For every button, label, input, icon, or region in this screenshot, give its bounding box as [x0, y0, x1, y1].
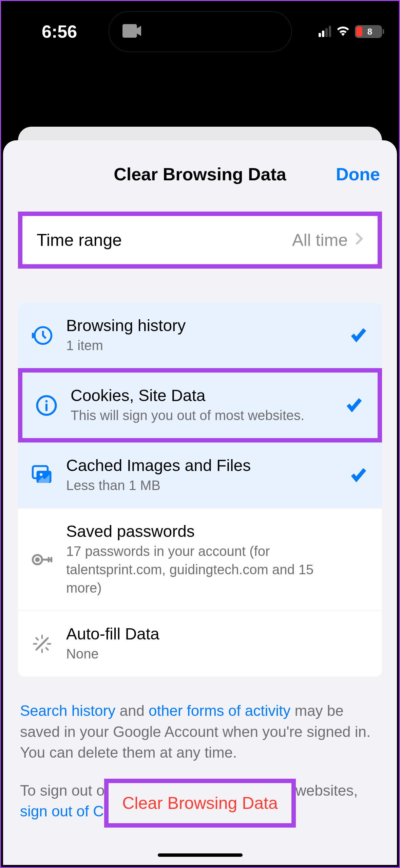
autofill-row[interactable]: Auto-fill Data None: [18, 611, 382, 676]
clear-browsing-data-button[interactable]: Clear Browsing Data: [104, 779, 296, 828]
page-title: Clear Browsing Data: [114, 164, 286, 184]
dynamic-island[interactable]: [109, 11, 292, 52]
browsing-history-row[interactable]: Browsing history 1 item: [18, 303, 382, 368]
item-subtitle: 17 passwords in your account (for talent…: [66, 542, 337, 597]
status-bar: 6:56 8: [1, 1, 399, 62]
item-title: Browsing history: [66, 316, 337, 335]
item-subtitle: 1 item: [66, 336, 337, 355]
svg-point-2: [45, 400, 48, 402]
item-title: Cached Images and Files: [66, 456, 337, 475]
checkmark-icon: [345, 396, 365, 415]
time-range-label: Time range: [37, 230, 122, 250]
svg-point-7: [36, 558, 39, 561]
item-subtitle: None: [66, 645, 337, 663]
sheet-header: Clear Browsing Data Done: [3, 157, 397, 191]
data-types-list: Browsing history 1 item Cookies, Site Da…: [18, 303, 382, 676]
checkmark-icon: [349, 326, 370, 345]
cached-images-row[interactable]: Cached Images and Files Less than 1 MB: [18, 442, 382, 508]
item-title: Cookies, Site Data: [71, 386, 333, 405]
status-time: 6:56: [42, 21, 77, 42]
modal-sheet: Clear Browsing Data Done Time range All …: [3, 140, 397, 865]
annotation-highlight-cookies: Cookies, Site Data This will sign you ou…: [18, 368, 382, 442]
item-subtitle: This will sign you out of most websites.: [71, 406, 333, 424]
search-history-link[interactable]: Search history: [20, 702, 115, 719]
battery-percent: 8: [356, 26, 383, 37]
cellular-signal-icon: [319, 26, 331, 37]
item-title: Auto-fill Data: [66, 625, 337, 643]
images-icon: [30, 464, 54, 487]
status-indicators: 8: [319, 24, 382, 39]
cookies-row[interactable]: Cookies, Site Data This will sign you ou…: [22, 373, 378, 438]
home-indicator[interactable]: [158, 853, 243, 857]
item-subtitle: Less than 1 MB: [66, 476, 337, 494]
chevron-right-icon: [355, 232, 363, 249]
done-button[interactable]: Done: [336, 164, 380, 184]
checkmark-icon: [349, 466, 370, 485]
item-title: Saved passwords: [66, 522, 337, 541]
history-icon: [30, 324, 54, 347]
saved-passwords-row[interactable]: Saved passwords 17 passwords in your acc…: [18, 508, 382, 611]
time-range-row[interactable]: Time range All time: [22, 216, 378, 264]
svg-point-5: [40, 473, 42, 476]
info-icon: [35, 394, 58, 417]
time-range-value: All time: [292, 230, 348, 250]
key-icon: [30, 548, 54, 571]
autofill-icon: [30, 633, 54, 655]
wifi-icon: [336, 24, 350, 39]
battery-icon: 8: [355, 25, 382, 38]
annotation-highlight-time-range: Time range All time: [18, 212, 382, 269]
camera-icon: [122, 24, 143, 39]
other-activity-link[interactable]: other forms of activity: [149, 702, 290, 719]
